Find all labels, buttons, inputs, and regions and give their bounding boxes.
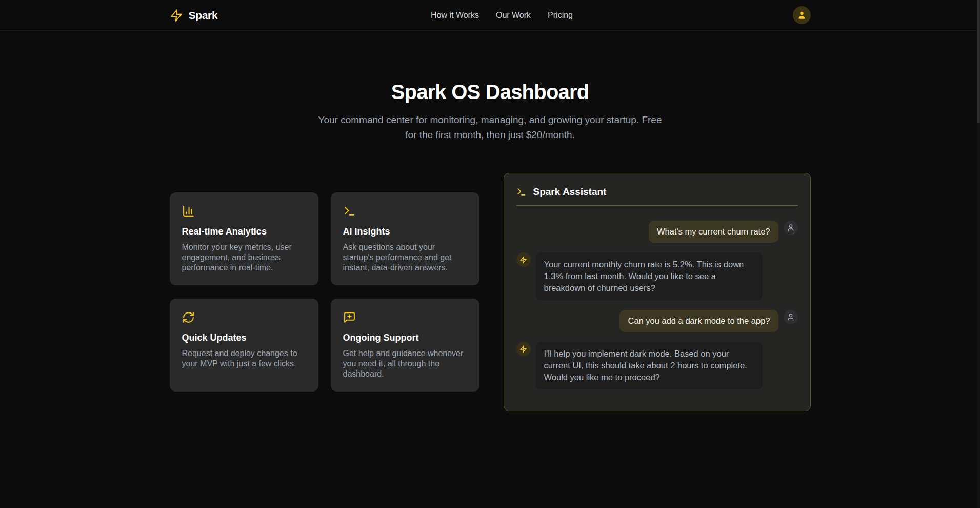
assistant-avatar (516, 342, 531, 356)
chat-message-user: Can you add a dark mode to the app? (516, 310, 798, 332)
main-nav: How it Works Our Work Pricing (431, 11, 573, 20)
assistant-avatar (516, 252, 531, 267)
spark-assistant-panel: Spark Assistant What's my current churn … (504, 173, 811, 411)
assistant-message-bubble: I'll help you implement dark mode. Based… (536, 342, 763, 389)
scrollbar-thumb[interactable] (977, 0, 980, 123)
chat-message-user: What's my current churn rate? (516, 221, 798, 243)
refresh-icon (182, 311, 306, 324)
user-message-bubble: Can you add a dark mode to the app? (619, 310, 778, 332)
nav-link-our-work[interactable]: Our Work (496, 11, 531, 20)
feature-card-realtime-analytics: Real-time Analytics Monitor your key met… (170, 192, 318, 285)
top-nav-bar: Spark How it Works Our Work Pricing (0, 0, 980, 31)
feature-card-quick-updates: Quick Updates Request and deploy changes… (170, 299, 318, 392)
page-title: Spark OS Dashboard (0, 81, 980, 103)
feature-title: AI Insights (343, 226, 467, 237)
user-message-bubble: What's my current churn rate? (649, 221, 778, 243)
chat-message-list: What's my current churn rate? Your curre… (516, 221, 798, 389)
terminal-icon (343, 205, 467, 218)
chat-message-assistant: Your current monthly churn rate is 5.2%.… (516, 252, 798, 300)
user-avatar (784, 310, 798, 324)
zap-icon (170, 9, 183, 22)
user-icon (787, 313, 795, 321)
feature-title: Ongoing Support (343, 332, 467, 343)
chart-column-icon (182, 205, 306, 218)
dashboard-content: Real-time Analytics Monitor your key met… (170, 173, 811, 411)
feature-card-grid: Real-time Analytics Monitor your key met… (170, 192, 479, 392)
panel-divider (516, 205, 798, 206)
terminal-icon (516, 187, 527, 197)
feature-title: Real-time Analytics (182, 226, 306, 237)
hero-section: Spark OS Dashboard Your command center f… (0, 81, 980, 142)
feature-card-ai-insights: AI Insights Ask questions about your sta… (331, 192, 479, 285)
feature-description: Monitor your key metrics, user engagemen… (182, 242, 306, 273)
brand-name: Spark (189, 9, 218, 22)
feature-card-ongoing-support: Ongoing Support Get help and guidance wh… (331, 299, 479, 392)
feature-description: Ask questions about your startup's perfo… (343, 242, 467, 273)
assistant-message-bubble: Your current monthly churn rate is 5.2%.… (536, 252, 763, 300)
chat-message-assistant: I'll help you implement dark mode. Based… (516, 342, 798, 389)
user-icon (797, 10, 807, 20)
zap-icon (519, 256, 527, 264)
page-subtitle: Your command center for monitoring, mana… (313, 112, 667, 142)
assistant-panel-title: Spark Assistant (533, 186, 607, 198)
feature-description: Get help and guidance whenever you need … (343, 348, 467, 379)
nav-link-how-it-works[interactable]: How it Works (431, 11, 479, 20)
brand-logo[interactable]: Spark (170, 9, 218, 22)
user-icon (787, 224, 795, 232)
message-square-plus-icon (343, 311, 467, 324)
account-avatar-button[interactable] (793, 6, 811, 24)
assistant-panel-header: Spark Assistant (516, 186, 798, 198)
zap-icon (519, 345, 527, 353)
feature-title: Quick Updates (182, 332, 306, 343)
feature-description: Request and deploy changes to your MVP w… (182, 348, 306, 369)
nav-link-pricing[interactable]: Pricing (548, 11, 573, 20)
user-avatar (784, 221, 798, 235)
